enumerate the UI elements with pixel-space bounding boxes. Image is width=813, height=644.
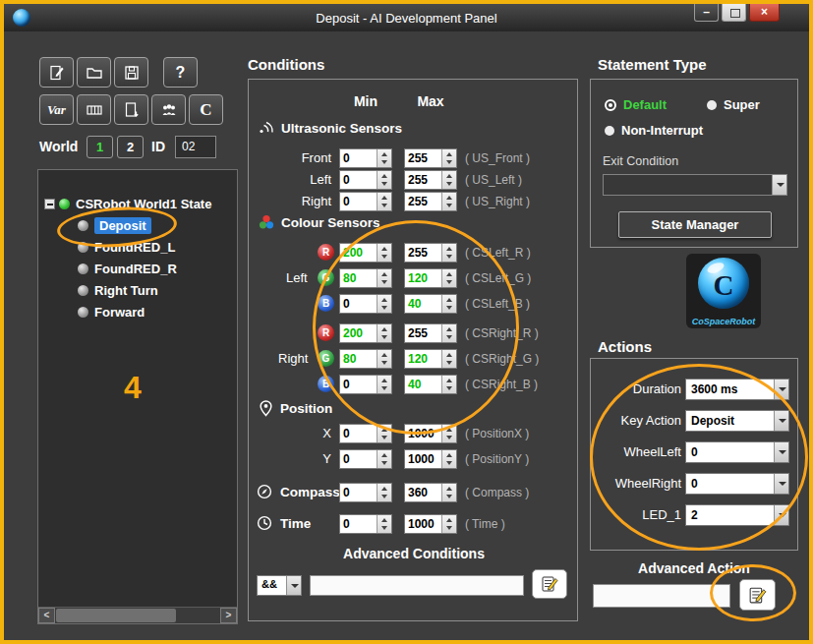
us-front-min-spinner[interactable]: 0 bbox=[339, 148, 392, 168]
time-min-spinner[interactable]: 0 bbox=[339, 514, 392, 534]
tree-root[interactable]: CSRobot World1 State bbox=[44, 194, 211, 213]
spinner-arrows-icon[interactable] bbox=[441, 515, 456, 533]
spinner-arrows-icon[interactable] bbox=[441, 149, 456, 167]
spinner-arrows-icon[interactable] bbox=[377, 149, 391, 167]
key-action-dropdown[interactable]: Deposit bbox=[685, 410, 789, 432]
dropdown-arrow-icon[interactable] bbox=[774, 411, 788, 431]
dropdown-arrow-icon[interactable] bbox=[286, 576, 301, 595]
spinner-arrows-icon[interactable] bbox=[377, 425, 391, 442]
world-2-button[interactable]: 2 bbox=[117, 136, 144, 158]
radio-super[interactable]: Super bbox=[707, 97, 760, 112]
csright-r-max-spinner[interactable]: 255 bbox=[404, 323, 457, 343]
spinner-arrows-icon[interactable] bbox=[377, 269, 391, 287]
scroll-right-button[interactable]: > bbox=[220, 608, 237, 623]
csleft-b-min-spinner[interactable]: 0 bbox=[339, 294, 392, 314]
tree-item-foundred-r[interactable]: FoundRED_R bbox=[78, 259, 177, 278]
spinner-arrows-icon[interactable] bbox=[377, 515, 391, 533]
position-x-min-spinner[interactable]: 0 bbox=[339, 424, 392, 443]
csleft-b-max-spinner[interactable]: 40 bbox=[404, 294, 457, 314]
spinner-arrows-icon[interactable] bbox=[441, 484, 456, 501]
csright-g-max-spinner[interactable]: 120 bbox=[404, 349, 457, 369]
radio-default[interactable]: Default bbox=[605, 97, 667, 112]
wheelright-dropdown[interactable]: 0 bbox=[685, 473, 789, 495]
spinner-arrows-icon[interactable] bbox=[377, 324, 391, 342]
open-button[interactable] bbox=[77, 57, 111, 88]
duration-dropdown[interactable]: 3600 ms bbox=[685, 379, 789, 400]
edit-action-button[interactable] bbox=[739, 579, 776, 611]
csright-g-min-spinner[interactable]: 80 bbox=[339, 349, 392, 369]
help-button[interactable]: ? bbox=[163, 57, 198, 88]
time-max-spinner[interactable]: 1000 bbox=[404, 514, 457, 534]
timeline-button[interactable] bbox=[77, 94, 111, 125]
edit-condition-button[interactable] bbox=[532, 569, 567, 599]
spinner-arrows-icon[interactable] bbox=[441, 171, 456, 189]
spinner-arrows-icon[interactable] bbox=[377, 244, 391, 262]
advanced-condition-input[interactable] bbox=[310, 575, 524, 596]
close-button[interactable]: × bbox=[749, 4, 780, 22]
tree-item-forward[interactable]: Forward bbox=[78, 302, 145, 322]
dropdown-arrow-icon[interactable] bbox=[774, 505, 788, 525]
team-button[interactable] bbox=[151, 94, 186, 125]
spinner-arrows-icon[interactable] bbox=[377, 350, 391, 368]
us-left-min-spinner[interactable]: 0 bbox=[339, 170, 392, 190]
us-front-max-spinner[interactable]: 255 bbox=[404, 148, 457, 168]
dropdown-arrow-icon[interactable] bbox=[774, 474, 788, 494]
state-manager-button[interactable]: State Manager bbox=[618, 211, 772, 238]
spinner-arrows-icon[interactable] bbox=[441, 376, 456, 393]
advanced-action-input[interactable] bbox=[593, 584, 730, 608]
csright-b-max-spinner[interactable]: 40 bbox=[404, 375, 457, 394]
new-state-button[interactable] bbox=[39, 57, 74, 88]
csleft-r-max-spinner[interactable]: 255 bbox=[404, 243, 457, 263]
spinner-arrows-icon[interactable] bbox=[377, 450, 391, 468]
world-1-button[interactable]: 1 bbox=[87, 136, 113, 158]
operator-dropdown[interactable]: && bbox=[257, 575, 302, 596]
led1-dropdown[interactable]: 2 bbox=[685, 504, 789, 526]
export-button[interactable] bbox=[114, 94, 148, 125]
spinner-arrows-icon[interactable] bbox=[441, 269, 456, 287]
compass-min-spinner[interactable]: 0 bbox=[339, 483, 392, 502]
spinner-arrows-icon[interactable] bbox=[377, 376, 391, 393]
spinner-arrows-icon[interactable] bbox=[441, 350, 456, 368]
spinner-arrows-icon[interactable] bbox=[441, 425, 456, 442]
us-left-max-spinner[interactable]: 255 bbox=[404, 170, 457, 190]
spinner-arrows-icon[interactable] bbox=[377, 295, 391, 313]
position-y-min-spinner[interactable]: 0 bbox=[339, 449, 392, 469]
us-right-min-spinner[interactable]: 0 bbox=[339, 192, 392, 211]
position-y-max-spinner[interactable]: 1000 bbox=[404, 449, 457, 469]
tree-horizontal-scrollbar[interactable]: < > bbox=[38, 607, 237, 623]
spinner-arrows-icon[interactable] bbox=[377, 193, 391, 210]
csleft-g-min-spinner[interactable]: 80 bbox=[339, 268, 392, 288]
scroll-left-button[interactable]: < bbox=[38, 608, 55, 623]
csright-b-min-spinner[interactable]: 0 bbox=[339, 375, 392, 394]
spinner-arrows-icon[interactable] bbox=[377, 484, 391, 501]
spinner-arrows-icon[interactable] bbox=[441, 324, 456, 342]
csleft-g-max-spinner[interactable]: 120 bbox=[404, 268, 457, 288]
us-right-max-spinner[interactable]: 255 bbox=[404, 192, 457, 211]
variables-button[interactable]: Var bbox=[39, 94, 74, 125]
spinner-arrows-icon[interactable] bbox=[441, 450, 456, 468]
tree-item-foundred-l[interactable]: FoundRED_L bbox=[78, 237, 175, 257]
id-value-field[interactable]: 02 bbox=[175, 136, 216, 158]
radio-non-interrupt[interactable]: Non-Interrupt bbox=[605, 123, 703, 138]
collapse-icon[interactable] bbox=[44, 199, 55, 209]
dropdown-arrow-icon[interactable] bbox=[774, 442, 788, 462]
tree-item-right-turn[interactable]: Right Turn bbox=[78, 280, 158, 300]
position-x-max-spinner[interactable]: 1000 bbox=[404, 424, 457, 443]
dropdown-arrow-icon[interactable] bbox=[772, 175, 786, 195]
maximize-button[interactable] bbox=[722, 4, 746, 22]
csleft-r-min-spinner[interactable]: 200 bbox=[339, 243, 392, 263]
exit-condition-dropdown[interactable] bbox=[603, 174, 787, 196]
spinner-arrows-icon[interactable] bbox=[441, 244, 456, 262]
save-button[interactable] bbox=[114, 57, 148, 88]
dropdown-arrow-icon[interactable] bbox=[774, 380, 788, 399]
c-code-button[interactable]: C bbox=[189, 94, 223, 125]
spinner-arrows-icon[interactable] bbox=[441, 295, 456, 313]
spinner-arrows-icon[interactable] bbox=[441, 193, 456, 210]
csright-r-min-spinner[interactable]: 200 bbox=[339, 323, 392, 343]
tree-item-deposit[interactable]: Deposit bbox=[78, 215, 151, 235]
compass-max-spinner[interactable]: 360 bbox=[404, 483, 457, 502]
spinner-arrows-icon[interactable] bbox=[377, 171, 391, 189]
wheelleft-dropdown[interactable]: 0 bbox=[685, 441, 789, 463]
scrollbar-thumb[interactable] bbox=[56, 609, 176, 622]
minimize-button[interactable]: – bbox=[694, 4, 719, 22]
